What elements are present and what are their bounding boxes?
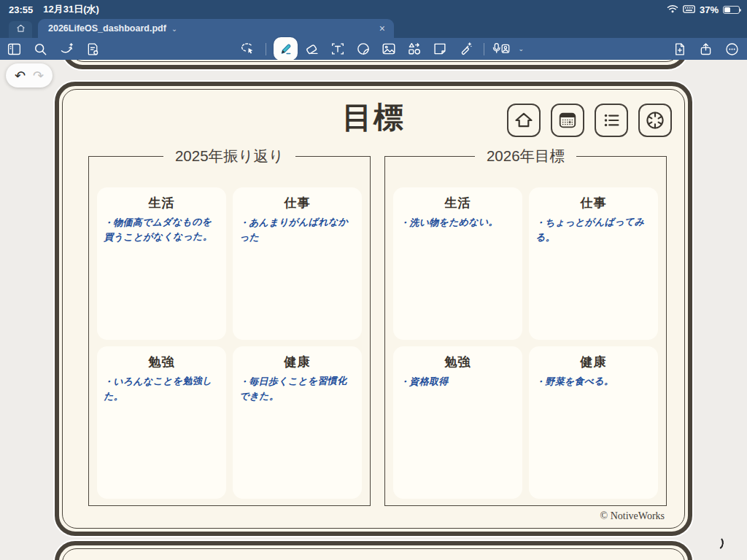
note-icon[interactable]	[429, 38, 451, 60]
undo-icon[interactable]: ↶	[15, 69, 26, 82]
page-nav-buttons	[507, 104, 672, 137]
pen-icon[interactable]	[274, 37, 298, 61]
section-2026-goals: 2026年目標 生活 ・洗い物をためない。 仕事 ・ちょっとがんばってみる。 勉…	[384, 156, 667, 506]
home-tab-button[interactable]	[9, 21, 32, 38]
handwritten-note: ・毎日歩くことを習慣化できた。	[239, 373, 355, 403]
handwritten-note: ・いろんなことを勉強した。	[104, 373, 220, 403]
battery-icon	[723, 6, 740, 14]
lasso-icon[interactable]	[236, 38, 258, 60]
card-title: 生活	[97, 195, 226, 211]
undo-redo-pill: ↶ ↷	[6, 63, 53, 88]
previous-page-edge	[62, 60, 688, 69]
card-title: 勉強	[97, 354, 226, 370]
openai-icon[interactable]	[638, 104, 672, 137]
search-icon[interactable]	[29, 38, 51, 60]
sticker-icon[interactable]	[352, 38, 374, 60]
eraser-icon[interactable]	[301, 38, 323, 60]
chevron-down-icon: ⌄	[518, 45, 524, 52]
shapes-icon[interactable]	[403, 38, 425, 60]
card-title: 生活	[393, 195, 522, 211]
home-icon	[15, 23, 26, 36]
pdf-canvas-area: ↶ ↷ 目標 2025年振り返り 生活 ・物価高でム	[0, 60, 747, 560]
handwritten-note: ・野菜を食べる。	[535, 373, 651, 389]
wifi-icon	[667, 4, 678, 15]
status-date: 12月31日(水)	[43, 3, 99, 16]
tab-title: 2026LifeOS_dashboard.pdf	[48, 23, 166, 34]
share-icon[interactable]	[694, 38, 716, 60]
card-2025-health: 健康 ・毎日歩くことを習慣化できた。	[233, 346, 362, 499]
next-page-edge	[55, 541, 692, 560]
home-icon[interactable]	[507, 104, 541, 137]
card-2026-work: 仕事 ・ちょっとがんばってみる。	[529, 187, 658, 340]
card-2026-health: 健康 ・野菜を食べる。	[529, 346, 658, 499]
clock-time: 23:55	[9, 4, 33, 15]
calendar-icon[interactable]	[551, 104, 584, 137]
card-2025-study: 勉強 ・いろんなことを勉強した。	[97, 346, 226, 499]
loading-spinner	[708, 534, 725, 552]
voice-record-icon[interactable]: ⌄	[492, 38, 524, 60]
card-title: 健康	[529, 354, 658, 370]
sidebar-icon[interactable]	[3, 38, 25, 60]
more-icon[interactable]	[721, 38, 743, 60]
chevron-down-icon[interactable]: ⌄	[171, 25, 177, 33]
add-page-icon[interactable]	[668, 38, 690, 60]
pan-scroll-icon[interactable]	[55, 38, 77, 60]
list-icon[interactable]	[595, 104, 628, 137]
copyright-text: © NotiveWorks	[600, 510, 665, 522]
card-title: 仕事	[233, 195, 362, 211]
close-icon[interactable]: ×	[379, 23, 385, 34]
toolbar: ⌄	[0, 38, 747, 60]
handwritten-note: ・洗い物をためない。	[400, 214, 516, 230]
card-2026-study: 勉強 ・資格取得	[393, 346, 522, 499]
section-title: 2025年振り返り	[89, 146, 370, 166]
card-2026-life: 生活 ・洗い物をためない。	[393, 187, 522, 340]
card-title: 勉強	[393, 354, 522, 370]
section-title: 2026年目標	[385, 146, 666, 166]
tab-bar: 2026LifeOS_dashboard.pdf ⌄ ×	[0, 19, 747, 38]
page-settings-icon[interactable]	[82, 38, 104, 60]
handwritten-note: ・あんまりがんばれなかった	[239, 214, 355, 244]
keyboard-icon	[683, 4, 695, 15]
card-title: 健康	[233, 354, 362, 370]
status-bar: 23:55 12月31日(水) 37%	[0, 0, 747, 19]
handwritten-note: ・物価高でムダなものを買うことがなくなった。	[104, 214, 220, 244]
card-title: 仕事	[529, 195, 658, 211]
card-2025-work: 仕事 ・あんまりがんばれなかった	[233, 187, 362, 340]
handwritten-note: ・ちょっとがんばってみる。	[535, 214, 651, 244]
handwritten-note: ・資格取得	[400, 373, 516, 389]
laser-pointer-icon[interactable]	[454, 38, 476, 60]
pdf-page[interactable]: 目標 2025年振り返り 生活 ・物価高でムダなものを買うことがなくなった。	[55, 82, 692, 536]
battery-percent: 37%	[700, 4, 719, 15]
section-2025-review: 2025年振り返り 生活 ・物価高でムダなものを買うことがなくなった。 仕事 ・…	[88, 156, 371, 506]
image-icon[interactable]	[378, 38, 400, 60]
text-icon[interactable]	[327, 38, 349, 60]
document-tab[interactable]: 2026LifeOS_dashboard.pdf ⌄ ×	[38, 19, 394, 38]
redo-icon[interactable]: ↷	[33, 69, 44, 82]
card-2025-life: 生活 ・物価高でムダなものを買うことがなくなった。	[97, 187, 226, 340]
